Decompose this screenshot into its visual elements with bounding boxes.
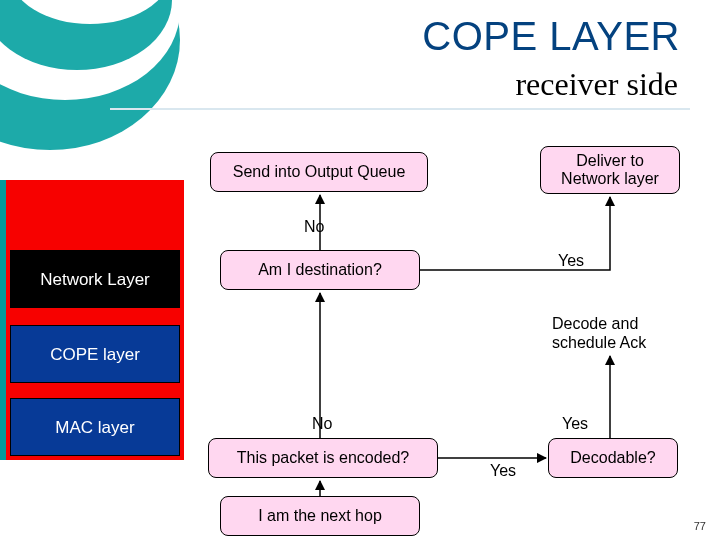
layer-mac: MAC layer — [10, 398, 180, 456]
node-output-queue: Send into Output Queue — [210, 152, 428, 192]
edge-label-yes-enc: Yes — [562, 415, 588, 433]
node-next-hop: I am the next hop — [220, 496, 420, 536]
label-decode-ack: Decode and schedule Ack — [552, 314, 692, 352]
node-am-destination: Am I destination? — [220, 250, 420, 290]
node-decodable: Decodable? — [548, 438, 678, 478]
node-encoded: This packet is encoded? — [208, 438, 438, 478]
edge-label-no-top: No — [304, 218, 324, 236]
decorative-swirl — [0, 0, 180, 170]
page-number: 77 — [694, 520, 706, 532]
edge-label-no-enc: No — [312, 415, 332, 433]
page-subtitle: receiver side — [515, 66, 678, 103]
edge-label-yes-mid: Yes — [490, 462, 516, 480]
page-title: COPE LAYER — [422, 14, 680, 59]
layer-cope: COPE layer — [10, 325, 180, 383]
layer-network: Network Layer — [10, 250, 180, 308]
node-deliver: Deliver to Network layer — [540, 146, 680, 194]
slide: COPE LAYER receiver side Network Layer C… — [0, 0, 720, 540]
title-underline — [110, 108, 690, 110]
edge-label-yes-dest: Yes — [558, 252, 584, 270]
